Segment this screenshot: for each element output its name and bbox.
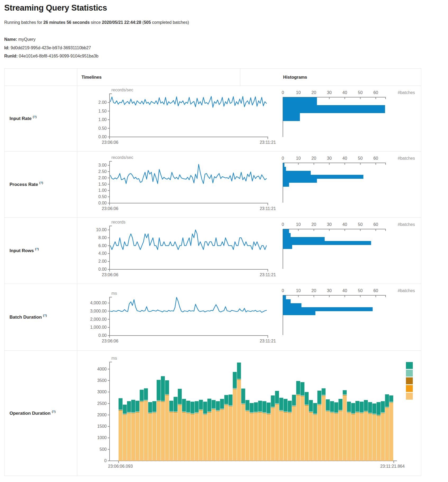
query-name-line: Name: myQuery	[4, 37, 35, 42]
svg-text:60: 60	[373, 288, 378, 293]
batch-duration-timeline-and-histogram-chart: ms0.001,000.002,000.003,000.004,000.0023…	[77, 284, 421, 350]
svg-text:1.00: 1.00	[98, 117, 107, 122]
svg-text:#batches: #batches	[398, 288, 415, 293]
svg-text:0.00: 0.00	[98, 333, 107, 338]
svg-text:4,000.00: 4,000.00	[90, 301, 107, 305]
svg-text:23:11:21: 23:11:21	[260, 273, 276, 277]
summary-middle: since	[90, 20, 102, 25]
svg-text:10: 10	[296, 156, 301, 160]
input-rate-timeline-and-histogram-chart: records/sec0.000.501.001.502.0023:06:062…	[77, 86, 421, 151]
table-row-input-rows: Input Rows(?) records0.002.004.006.008.0…	[4, 217, 421, 284]
streaming-query-statistics-page: Streaming Query Statistics Running batch…	[0, 0, 448, 482]
timelines-column-header: Timelines	[77, 69, 240, 86]
svg-text:2.00: 2.00	[98, 176, 107, 180]
row-label-process-rate: Process Rate(?)	[4, 151, 77, 217]
input-rows-timeline-and-histogram-chart: records0.002.004.006.008.0010.0023:06:06…	[77, 218, 421, 284]
svg-text:23:06:06: 23:06:06	[102, 273, 118, 277]
svg-text:30: 30	[327, 90, 332, 95]
svg-text:0.00: 0.00	[98, 201, 107, 205]
name-label: Name:	[4, 37, 17, 42]
svg-text:1000: 1000	[97, 435, 107, 440]
table-row-operation-duration: Operation Duration(?) ms0500100015002000…	[4, 350, 421, 476]
query-runid-line: RunId: 04e101e6-8bf8-4165-9099-9104c951b…	[4, 54, 98, 59]
svg-text:#batches: #batches	[398, 156, 415, 160]
svg-text:0: 0	[104, 458, 107, 463]
svg-text:30: 30	[327, 156, 332, 160]
svg-text:ms: ms	[111, 291, 117, 296]
svg-text:10: 10	[296, 288, 301, 293]
svg-text:8.00: 8.00	[98, 235, 107, 240]
svg-text:40: 40	[342, 156, 347, 160]
svg-text:23:06:06: 23:06:06	[102, 339, 118, 343]
summary-paren: (	[141, 20, 144, 25]
svg-text:60: 60	[373, 222, 378, 227]
svg-text:2.00: 2.00	[98, 259, 107, 264]
svg-text:1.00: 1.00	[98, 188, 107, 193]
svg-text:20: 20	[311, 222, 316, 227]
svg-text:10: 10	[296, 222, 301, 227]
query-id-line: Id: 9d0dd219-995d-423e-b97d-36931110bb27	[4, 46, 91, 50]
svg-text:3500: 3500	[97, 378, 107, 383]
svg-text:20: 20	[311, 90, 316, 95]
svg-text:23:11:21: 23:11:21	[260, 206, 276, 211]
svg-text:1.50: 1.50	[98, 182, 107, 186]
process-rate-help-link[interactable]: (?)	[39, 181, 43, 184]
operation-duration-help-link[interactable]: (?)	[52, 410, 56, 413]
table-header-row: Timelines Histograms	[4, 69, 421, 86]
svg-text:1,000.00: 1,000.00	[90, 325, 107, 329]
svg-text:ms: ms	[111, 356, 117, 360]
process-rate-timeline-and-histogram-chart: records/sec0.000.501.001.502.002.503.002…	[77, 151, 421, 217]
svg-text:0: 0	[282, 222, 284, 227]
svg-text:60: 60	[373, 90, 378, 95]
row-label-batch-duration: Batch Duration(?)	[4, 284, 77, 350]
statistics-table: Timelines Histograms Input Rate(?) recor…	[4, 68, 421, 476]
svg-text:23:11:21: 23:11:21	[260, 140, 276, 145]
table-row-batch-duration: Batch Duration(?) ms0.001,000.002,000.00…	[4, 284, 421, 350]
svg-text:40: 40	[342, 288, 347, 293]
svg-text:0.50: 0.50	[98, 126, 107, 131]
row-label-input-rate: Input Rate(?)	[4, 86, 77, 151]
svg-text:4.00: 4.00	[98, 251, 107, 256]
svg-text:20: 20	[311, 156, 316, 160]
input-rate-help-link[interactable]: (?)	[33, 115, 37, 118]
input-rows-help-link[interactable]: (?)	[35, 247, 39, 251]
summary-start-time: 2020/05/21 22:44:28	[102, 20, 141, 25]
summary-prefix: Running batches for	[4, 20, 43, 25]
svg-text:#batches: #batches	[398, 222, 415, 227]
svg-text:2500: 2500	[97, 401, 107, 406]
svg-text:records/sec: records/sec	[111, 155, 133, 160]
svg-text:10.00: 10.00	[96, 227, 107, 232]
svg-text:3.00: 3.00	[98, 163, 107, 167]
svg-text:60: 60	[373, 156, 378, 160]
svg-text:23:06:06: 23:06:06	[102, 206, 118, 211]
svg-text:23:06:06.093: 23:06:06.093	[108, 464, 133, 468]
svg-text:10: 10	[296, 90, 301, 95]
svg-text:40: 40	[342, 222, 347, 227]
id-label: Id:	[4, 46, 10, 50]
summary-batch-count: 505	[144, 20, 151, 25]
svg-text:0: 0	[282, 90, 284, 95]
svg-text:2.50: 2.50	[98, 169, 107, 174]
svg-text:2.00: 2.00	[98, 100, 107, 105]
svg-text:500: 500	[99, 447, 107, 452]
svg-text:1.50: 1.50	[98, 109, 107, 113]
batch-duration-help-link[interactable]: (?)	[43, 314, 47, 317]
svg-text:50: 50	[358, 90, 363, 95]
runid-value: 04e101e6-8bf8-4165-9099-9104c951ba3b	[18, 54, 98, 58]
svg-text:50: 50	[358, 288, 363, 293]
svg-text:23:06:06: 23:06:06	[102, 140, 118, 145]
svg-text:0: 0	[282, 288, 284, 293]
svg-text:40: 40	[342, 90, 347, 95]
svg-text:3,000.00: 3,000.00	[90, 309, 107, 313]
svg-text:20: 20	[311, 288, 316, 293]
page-title: Streaming Query Statistics	[4, 3, 107, 13]
summary-duration: 26 minutes 56 seconds	[43, 20, 90, 25]
summary-suffix: completed batches)	[151, 20, 189, 25]
svg-text:records/sec: records/sec	[111, 88, 133, 92]
svg-text:23:11:21: 23:11:21	[260, 339, 276, 343]
row-label-input-rows: Input Rows(?)	[4, 218, 77, 284]
histograms-column-header: Histograms	[240, 69, 421, 86]
running-batches-summary: Running batches for 26 minutes 56 second…	[4, 20, 189, 25]
table-row-process-rate: Process Rate(?) records/sec0.000.501.001…	[4, 151, 421, 217]
id-value: 9d0dd219-995d-423e-b97d-36931110bb27	[10, 46, 91, 50]
